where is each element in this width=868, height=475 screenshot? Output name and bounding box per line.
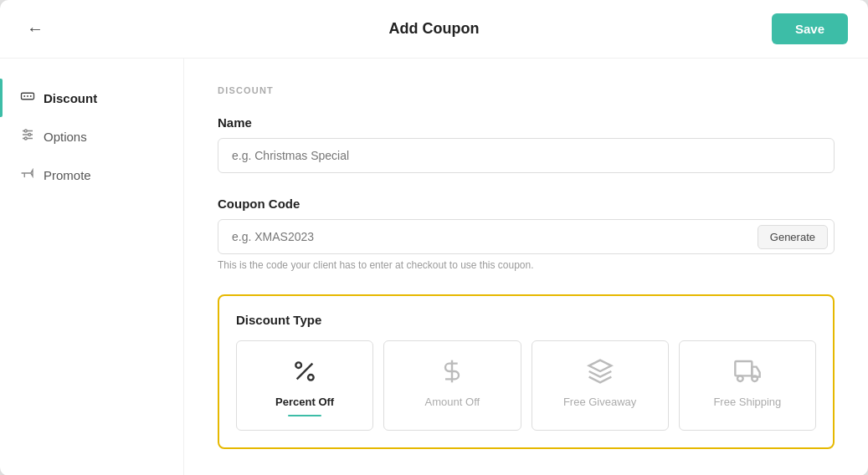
svg-point-9 [308,375,314,381]
svg-point-13 [752,375,758,381]
sidebar-promote-label: Promote [44,168,91,182]
sidebar-item-discount[interactable]: Discount [0,79,183,117]
coupon-code-label: Coupon Code [218,197,835,211]
sidebar-item-options[interactable]: Options [0,117,183,156]
svg-point-4 [24,130,27,132]
percent-off-label: Percent Off [275,396,334,408]
main-content: DISCOUNT Name Coupon Code Generate This … [184,59,868,475]
svg-line-7 [297,364,313,380]
name-field-label: Name [218,115,835,130]
free-shipping-label: Free Shipping [713,396,781,408]
discount-option-amount-off[interactable]: Amount Off [383,340,521,431]
svg-rect-11 [735,361,752,375]
percent-off-underline [288,415,321,416]
header: ← Add Coupon Save [0,0,868,59]
app-window: ← Add Coupon Save Discount [0,0,868,475]
sidebar-discount-label: Discount [44,91,97,105]
coupon-code-field-group: Coupon Code Generate This is the code yo… [218,197,835,271]
discount-option-free-shipping[interactable]: Free Shipping [679,340,816,431]
coupon-code-input[interactable] [218,219,835,254]
discount-option-percent-off[interactable]: Percent Off [236,340,373,431]
percent-icon [291,358,318,389]
discount-option-free-giveaway[interactable]: Free Giveaway [532,340,669,431]
svg-point-8 [295,362,301,368]
svg-point-12 [737,375,743,381]
save-button[interactable]: Save [772,13,848,44]
page-title: Add Coupon [389,20,480,38]
free-giveaway-label: Free Giveaway [563,396,636,408]
sidebar: Discount Options [0,59,184,475]
body: Discount Options [0,59,868,475]
svg-point-5 [28,134,31,136]
coupon-code-wrapper: Generate [218,219,835,254]
coupon-code-hint: This is the code your client has to ente… [218,259,835,271]
name-input[interactable] [218,138,835,173]
name-field-group: Name [218,115,835,173]
amount-off-label: Amount Off [425,396,480,408]
coupon-icon [20,89,35,107]
back-button[interactable]: ← [20,16,50,42]
generate-button[interactable]: Generate [758,225,828,249]
truck-icon [734,358,761,389]
dollar-icon [439,358,465,389]
sidebar-options-label: Options [44,130,87,144]
section-label: DISCOUNT [218,85,835,95]
discount-type-section: Discount Type Percent Off [218,294,835,449]
sidebar-item-promote[interactable]: Promote [0,156,183,194]
svg-point-6 [24,137,27,140]
megaphone-icon [20,166,35,184]
tag-icon [587,358,614,389]
discount-options: Percent Off Amount Off [236,340,816,431]
discount-type-title: Discount Type [236,313,816,327]
sliders-icon [20,127,35,146]
